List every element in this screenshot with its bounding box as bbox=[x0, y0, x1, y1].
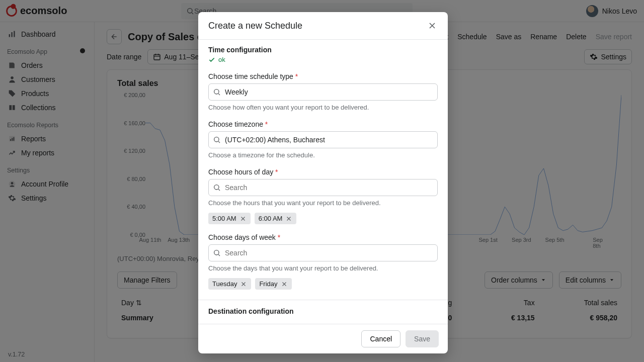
save-label: Save bbox=[414, 335, 430, 343]
days-hint: Choose the days that you want your repor… bbox=[208, 264, 438, 272]
svg-line-18 bbox=[218, 141, 220, 143]
svg-point-19 bbox=[214, 185, 219, 190]
schedule-type-hint: Choose how often you want your report to… bbox=[208, 104, 438, 111]
days-search-field[interactable] bbox=[225, 249, 433, 257]
schedule-type-select[interactable]: Weekly bbox=[208, 83, 438, 101]
svg-line-22 bbox=[218, 254, 220, 256]
search-icon bbox=[213, 136, 221, 144]
svg-line-20 bbox=[218, 189, 220, 191]
search-icon bbox=[213, 184, 221, 192]
schedule-modal: Create a new Schedule Time configuration… bbox=[198, 12, 448, 353]
remove-chip-icon[interactable] bbox=[240, 281, 247, 288]
svg-point-15 bbox=[214, 89, 219, 94]
close-button[interactable] bbox=[427, 20, 438, 31]
cancel-label: Cancel bbox=[370, 335, 392, 343]
svg-point-17 bbox=[214, 137, 219, 142]
hours-input[interactable] bbox=[208, 179, 438, 196]
section-dest-title: Destination configuration bbox=[208, 307, 438, 315]
svg-point-21 bbox=[214, 250, 219, 255]
remove-chip-icon[interactable] bbox=[285, 215, 292, 222]
hours-hint: Choose the hours that you want your repo… bbox=[208, 199, 438, 207]
check-icon bbox=[208, 56, 215, 63]
timezone-hint: Choose a timezone for the schedule. bbox=[208, 151, 438, 159]
days-label: Choose days of week bbox=[208, 233, 276, 241]
search-icon bbox=[213, 88, 221, 96]
hour-chip[interactable]: 6:00 AM bbox=[255, 213, 297, 224]
hours-search-field[interactable] bbox=[225, 184, 433, 192]
schedule-type-value: Weekly bbox=[225, 88, 248, 96]
status-ok-label: ok bbox=[218, 56, 225, 63]
timezone-label: Choose timezone bbox=[208, 120, 263, 128]
svg-line-16 bbox=[218, 94, 220, 95]
close-icon bbox=[427, 21, 437, 31]
hours-label: Choose hours of day bbox=[208, 168, 273, 176]
modal-footer: Cancel Save bbox=[198, 324, 448, 353]
section-time-title: Time configuration bbox=[208, 46, 438, 54]
days-chips: TuesdayFriday bbox=[208, 278, 438, 290]
timezone-select[interactable]: (UTC+02:00) Athens, Bucharest bbox=[208, 131, 438, 148]
remove-chip-icon[interactable] bbox=[281, 281, 288, 288]
modal-body[interactable]: Time configuration ok Choose time schedu… bbox=[198, 39, 448, 324]
remove-chip-icon[interactable] bbox=[239, 215, 247, 222]
modal-title: Create a new Schedule bbox=[208, 21, 302, 31]
hour-chip[interactable]: 5:00 AM bbox=[208, 213, 251, 224]
schedule-type-label: Choose time schedule type bbox=[208, 72, 293, 80]
day-chip[interactable]: Tuesday bbox=[208, 278, 251, 290]
timezone-value: (UTC+02:00) Athens, Bucharest bbox=[225, 136, 325, 144]
search-icon bbox=[213, 249, 221, 257]
save-button[interactable]: Save bbox=[406, 330, 439, 347]
days-input[interactable] bbox=[208, 244, 438, 261]
day-chip[interactable]: Friday bbox=[255, 278, 291, 290]
cancel-button[interactable]: Cancel bbox=[361, 330, 400, 347]
status-ok: ok bbox=[208, 56, 438, 63]
hours-chips: 5:00 AM6:00 AM bbox=[208, 213, 438, 224]
